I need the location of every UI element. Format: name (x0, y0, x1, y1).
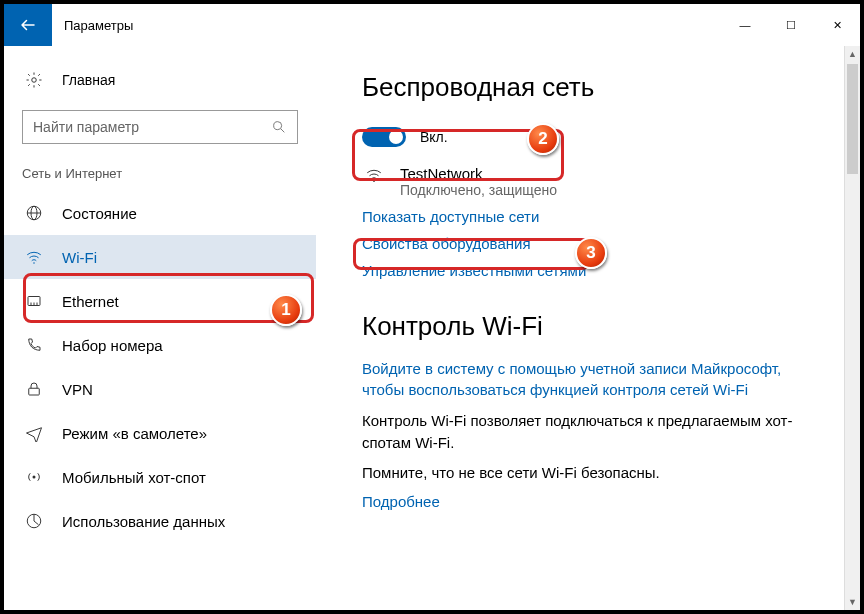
maximize-button[interactable]: ☐ (768, 4, 814, 46)
svg-point-12 (33, 476, 36, 479)
sidebar-item-ethernet[interactable]: Ethernet (4, 279, 316, 323)
scrollbar[interactable]: ▲ ▼ (844, 46, 860, 610)
ethernet-icon (24, 291, 44, 311)
nav-label: Режим «в самолете» (62, 425, 207, 442)
arrow-left-icon (19, 16, 37, 34)
back-button[interactable] (4, 4, 52, 46)
sidebar-item-hotspot[interactable]: Мобильный хот-спот (4, 455, 316, 499)
nav-label: Использование данных (62, 513, 225, 530)
sidebar-item-status[interactable]: Состояние (4, 191, 316, 235)
sidebar-item-wifi[interactable]: Wi-Fi (4, 235, 316, 279)
svg-point-6 (33, 262, 35, 264)
wifi-sense-para1: Контроль Wi-Fi позволяет подключаться к … (362, 410, 802, 454)
link-show-available[interactable]: Показать доступные сети (362, 208, 828, 225)
hotspot-icon (24, 467, 44, 487)
wifi-toggle-label: Вкл. (420, 129, 448, 145)
sidebar-item-vpn[interactable]: VPN (4, 367, 316, 411)
sidebar-home[interactable]: Главная (4, 64, 316, 96)
window-title: Параметры (64, 18, 133, 33)
nav-label: Состояние (62, 205, 137, 222)
phone-icon (24, 335, 44, 355)
wifi-sense-heading: Контроль Wi-Fi (362, 311, 828, 342)
link-more[interactable]: Подробнее (362, 493, 828, 510)
svg-rect-11 (29, 388, 40, 395)
airplane-icon (24, 423, 44, 443)
search-icon (271, 119, 287, 135)
wifi-icon (24, 247, 44, 267)
titlebar: Параметры — ☐ ✕ (4, 4, 860, 46)
sidebar-home-label: Главная (62, 72, 115, 88)
link-hardware-props[interactable]: Свойства оборудования (362, 235, 828, 252)
window-controls: — ☐ ✕ (722, 4, 860, 46)
wifi-toggle-row: Вкл. (362, 121, 828, 153)
close-button[interactable]: ✕ (814, 4, 860, 46)
current-network[interactable]: TestNetwork Подключено, защищено (362, 165, 828, 198)
nav-label: VPN (62, 381, 93, 398)
network-name: TestNetwork (400, 165, 557, 182)
scroll-down-icon[interactable]: ▼ (845, 594, 860, 610)
search-input[interactable]: Найти параметр (22, 110, 298, 144)
sidebar-section-label: Сеть и Интернет (4, 144, 316, 191)
minimize-button[interactable]: — (722, 4, 768, 46)
wifi-toggle[interactable] (362, 127, 406, 147)
sidebar-item-airplane[interactable]: Режим «в самолете» (4, 411, 316, 455)
sidebar-item-dialup[interactable]: Набор номера (4, 323, 316, 367)
scroll-thumb[interactable] (847, 64, 858, 174)
nav-label: Ethernet (62, 293, 119, 310)
nav-label: Wi-Fi (62, 249, 97, 266)
network-status: Подключено, защищено (400, 182, 557, 198)
sidebar-item-datausage[interactable]: Использование данных (4, 499, 316, 543)
scroll-up-icon[interactable]: ▲ (845, 46, 860, 62)
link-known-networks[interactable]: Управление известными сетями (362, 262, 828, 279)
nav-label: Мобильный хот-спот (62, 469, 206, 486)
svg-point-0 (32, 78, 37, 83)
svg-line-2 (281, 129, 284, 132)
nav-label: Набор номера (62, 337, 163, 354)
svg-point-1 (274, 122, 282, 130)
vpn-icon (24, 379, 44, 399)
sidebar: Главная Найти параметр Сеть и Интернет С… (4, 46, 316, 610)
main-content: Беспроводная сеть Вкл. TestNetwork Подкл… (316, 46, 860, 610)
wifi-sense-para2: Помните, что не все сети Wi-Fi безопасны… (362, 462, 828, 484)
globe-icon (24, 203, 44, 223)
gear-icon (24, 70, 44, 90)
data-usage-icon (24, 511, 44, 531)
search-placeholder: Найти параметр (33, 119, 139, 135)
wifi-signal-icon (364, 165, 384, 185)
svg-point-14 (373, 180, 375, 182)
link-signin[interactable]: Войдите в систему с помощью учетной запи… (362, 358, 802, 400)
page-heading: Беспроводная сеть (362, 72, 828, 103)
